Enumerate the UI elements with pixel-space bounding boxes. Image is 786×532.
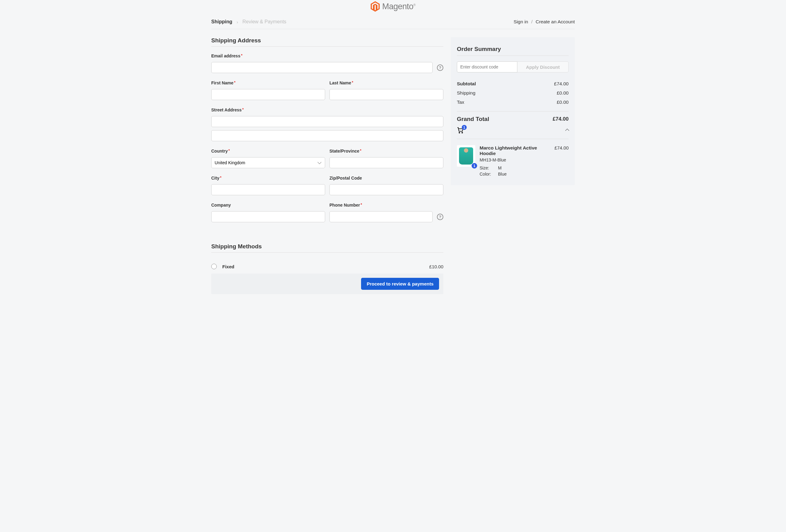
grand-total-label: Grand Total — [457, 116, 489, 122]
country-select[interactable]: United Kingdom — [211, 157, 325, 168]
cart-count-badge: 1 — [462, 125, 467, 130]
shipping-method-fixed-label: Fixed — [222, 264, 234, 269]
company-label: Company — [211, 203, 325, 208]
cart-item-color-value: Blue — [498, 171, 507, 177]
street-field-1[interactable] — [211, 116, 443, 127]
discount-code-input[interactable] — [457, 62, 517, 72]
city-label: City* — [211, 176, 325, 181]
apply-discount-button[interactable]: Apply Discount — [517, 62, 569, 72]
zip-label: Zip/Postal Code — [329, 176, 443, 181]
shipping-address-title: Shipping Address — [211, 37, 443, 47]
chevron-right-icon: › — [236, 19, 238, 25]
street-label: Street Address* — [211, 108, 443, 112]
brand-name: Magento® — [382, 2, 415, 11]
lastname-field[interactable] — [329, 89, 443, 100]
email-label: Email address* — [211, 53, 443, 58]
cart-item-thumbnail: 1 — [457, 145, 475, 167]
cart-item-size-label: Size: — [480, 165, 492, 170]
tax-label: Tax — [457, 99, 464, 105]
cart-items-toggle[interactable]: 1 — [457, 127, 569, 139]
breadcrumb-review: Review & Payments — [242, 19, 286, 25]
svg-point-0 — [459, 132, 460, 133]
help-icon[interactable]: ? — [437, 214, 443, 220]
help-icon[interactable]: ? — [437, 65, 443, 71]
subtotal-label: Subtotal — [457, 81, 476, 87]
tax-value: £0.00 — [557, 99, 569, 105]
company-field[interactable] — [211, 211, 325, 222]
phone-label: Phone Number* — [329, 203, 443, 208]
shipping-method-fixed-price: £10.00 — [429, 264, 443, 269]
firstname-field[interactable] — [211, 89, 325, 100]
cart-item-size-value: M — [498, 165, 502, 170]
header-logo: Magento® — [211, 0, 575, 17]
shipping-total-value: £0.00 — [557, 90, 569, 96]
subtotal-value: £74.00 — [554, 81, 569, 87]
street-field-2[interactable] — [211, 130, 443, 141]
shipping-total-label: Shipping — [457, 90, 475, 96]
cart-item-color-label: Color: — [480, 171, 492, 177]
lastname-label: Last Name* — [329, 80, 443, 85]
svg-point-1 — [462, 132, 463, 133]
zip-field[interactable] — [329, 184, 443, 195]
chevron-up-icon — [565, 129, 569, 133]
country-label: Country* — [211, 148, 325, 154]
order-summary-title: Order Summary — [457, 46, 569, 56]
email-field[interactable] — [211, 62, 433, 73]
state-field[interactable] — [329, 157, 443, 168]
cart-item: 1 Marco Lightweight Active Hoodie £74.00… — [457, 145, 569, 178]
shipping-methods-title: Shipping Methods — [211, 243, 443, 253]
firstname-label: First Name* — [211, 80, 325, 85]
state-label: State/Province* — [329, 148, 443, 154]
phone-field[interactable] — [329, 211, 433, 222]
signin-link[interactable]: Sign in — [514, 19, 528, 25]
cart-item-price: £74.00 — [555, 145, 569, 156]
proceed-button[interactable]: Proceed to review & payments — [361, 278, 439, 290]
breadcrumb: Shipping › Review & Payments — [211, 19, 286, 25]
create-account-link[interactable]: Create an Account — [535, 19, 575, 25]
city-field[interactable] — [211, 184, 325, 195]
auth-separator: / — [531, 19, 532, 25]
breadcrumb-shipping: Shipping — [211, 19, 232, 25]
cart-item-name: Marco Lightweight Active Hoodie — [480, 145, 551, 156]
shipping-method-fixed-radio[interactable] — [211, 264, 217, 269]
magento-icon — [371, 1, 380, 11]
cart-item-qty-badge: 1 — [471, 163, 477, 168]
cart-item-sku: MH13-M-Blue — [480, 158, 569, 162]
grand-total-value: £74.00 — [553, 116, 569, 122]
